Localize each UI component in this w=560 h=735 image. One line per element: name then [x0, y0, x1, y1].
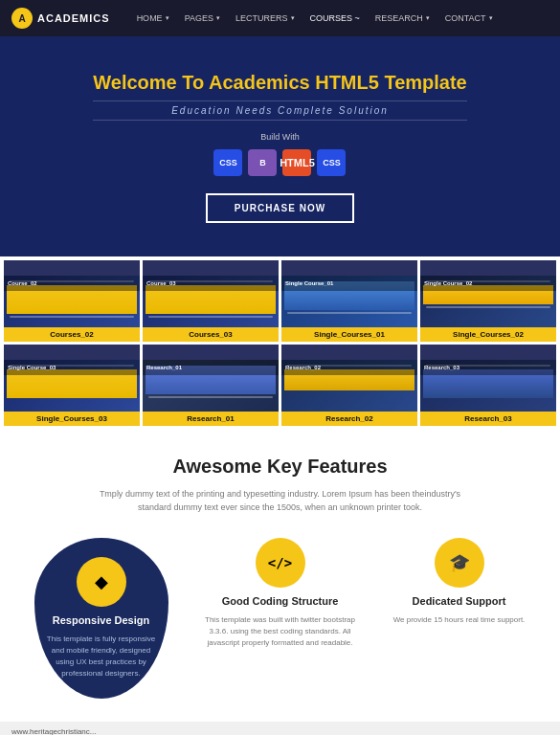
purchase-button[interactable]: PURCHASE NOW — [206, 193, 354, 223]
nav-home-arrow: ▾ — [166, 14, 169, 22]
features-description: Tmply dummy text of the printing and typ… — [99, 487, 462, 515]
nav-items: HOME ▾ PAGES ▾ LECTURERS ▾ COURSES ~ RES… — [129, 0, 549, 36]
diamond-icon: ◆ — [95, 571, 108, 592]
grid-caption-single03: Single_Courses_03 — [4, 412, 140, 426]
grid-item-research03[interactable]: Research_03 Research_03 — [420, 345, 556, 426]
grid-row-1: Course_02 Courses_02 Course_03 — [4, 260, 556, 342]
features-title: Awesome Key Features — [19, 456, 541, 478]
grid-item-single03[interactable]: Single Course_03 Single_Courses_03 — [4, 345, 140, 426]
nav-pages-arrow: ▾ — [216, 14, 220, 22]
feature-responsive-desc: This template is fully responsive and mo… — [46, 634, 157, 679]
html5-icon: HTML5 — [282, 149, 311, 176]
grid-caption-research01: Research_01 — [143, 412, 279, 426]
nav-research[interactable]: RESEARCH ▾ — [368, 0, 437, 36]
responsive-icon-wrap: ◆ — [77, 557, 126, 607]
nav-courses[interactable]: COURSES ~ — [302, 0, 368, 36]
hero-subtitle: Education Needs Complete Solution — [93, 100, 466, 121]
navbar: A ACADEMICS HOME ▾ PAGES ▾ LECTURERS ▾ C… — [0, 0, 560, 36]
footer-url: www.heritagechristianc... — [11, 727, 96, 735]
nav-pages[interactable]: PAGES ▾ — [177, 0, 228, 36]
css3-icon: CSS — [317, 149, 346, 176]
nav-research-arrow: ▾ — [426, 14, 430, 22]
grid-item-research02[interactable]: Research_02 Research_02 — [281, 345, 417, 426]
grid-item-single01[interactable]: Single Course_01 Single_Courses_01 — [281, 260, 417, 342]
brand: A ACADEMICS — [11, 8, 110, 29]
feature-coding-title: Good Coding Structure — [222, 595, 339, 607]
brand-icon: A — [11, 8, 33, 29]
grid-item-research01[interactable]: Research_01 Research_01 — [143, 345, 279, 426]
grid-section: Course_02 Courses_02 Course_03 — [0, 256, 560, 433]
hero-title: Welcome To Academics HTML5 Template — [93, 70, 466, 95]
footer-note: www.heritagechristianc... — [0, 722, 560, 735]
css-icon: CSS — [213, 149, 242, 176]
grid-caption-courses02: Courses_02 — [4, 327, 140, 342]
grid-item-single02[interactable]: Single Course_02 Single_Courses_02 — [420, 260, 556, 342]
graduate-icon: 🎓 — [449, 552, 470, 573]
feature-coding-desc: This template was built with twitter boo… — [198, 614, 362, 649]
feature-coding: </> Good Coding Structure This template … — [198, 538, 362, 649]
grid-caption-research02: Research_02 — [281, 412, 417, 426]
grid-row-2: Single Course_03 Single_Courses_03 Resea… — [4, 345, 556, 426]
grid-caption-courses03: Courses_03 — [143, 327, 279, 342]
feature-responsive-title: Responsive Design — [53, 614, 149, 626]
grid-caption-single02: Single_Courses_02 — [420, 327, 556, 342]
feature-support-desc: We provide 15 hours real time support. — [393, 614, 526, 626]
hero-content: Welcome To Academics HTML5 Template Educ… — [93, 70, 466, 223]
bootstrap-icon: B — [248, 149, 277, 176]
nav-home[interactable]: HOME ▾ — [129, 0, 177, 36]
feature-support-title: Dedicated Support — [413, 595, 506, 607]
nav-contact-arrow: ▾ — [489, 14, 493, 22]
coding-icon-wrap: </> — [256, 538, 305, 588]
brand-name: ACADEMICS — [37, 12, 110, 24]
hero-section: Welcome To Academics HTML5 Template Educ… — [0, 36, 560, 256]
support-icon-wrap: 🎓 — [435, 538, 484, 588]
nav-lecturers[interactable]: LECTURERS ▾ — [228, 0, 302, 36]
nav-contact[interactable]: CONTACT ▾ — [437, 0, 501, 36]
grid-caption-research03: Research_03 — [420, 412, 556, 426]
features-grid: ◆ Responsive Design This template is ful… — [19, 538, 541, 699]
grid-item-courses03[interactable]: Course_03 Courses_03 — [143, 260, 279, 342]
feature-support: 🎓 Dedicated Support We provide 15 hours … — [377, 538, 541, 626]
grid-caption-single01: Single_Courses_01 — [281, 327, 417, 342]
code-icon: </> — [268, 555, 292, 570]
feature-responsive: ◆ Responsive Design This template is ful… — [34, 538, 168, 699]
tech-icons: CSS B HTML5 CSS — [93, 149, 466, 176]
nav-lecturers-arrow: ▾ — [291, 14, 295, 22]
grid-item-courses02[interactable]: Course_02 Courses_02 — [4, 260, 140, 342]
build-with-label: Build With — [93, 132, 466, 142]
features-section: Awesome Key Features Tmply dummy text of… — [0, 433, 560, 722]
